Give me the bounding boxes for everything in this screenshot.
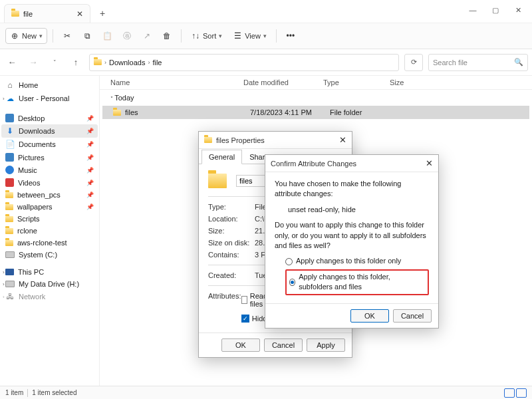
copy-button[interactable]: ⧉ bbox=[78, 29, 96, 43]
sidebar-item-desktop[interactable]: Desktop📌 bbox=[1, 112, 98, 124]
label: Size on disk: bbox=[208, 239, 255, 247]
ok-button[interactable]: OK bbox=[350, 309, 389, 323]
folder-icon bbox=[5, 216, 13, 222]
col-type[interactable]: Type bbox=[323, 78, 390, 86]
thumbnails-view-button[interactable] bbox=[516, 388, 527, 398]
back-button[interactable]: ← bbox=[4, 57, 20, 67]
sidebar-item-mydata[interactable]: ›My Data Drive (H:) bbox=[1, 278, 98, 290]
more-icon: ••• bbox=[286, 31, 295, 41]
paste-button[interactable]: 📋 bbox=[98, 29, 116, 43]
sidebar-item-documents[interactable]: 📄Documents📌 bbox=[1, 138, 98, 151]
label: System (C:) bbox=[19, 251, 57, 259]
crumb-file[interactable]: file bbox=[152, 59, 162, 66]
close-icon[interactable]: ✕ bbox=[426, 158, 433, 168]
sidebar-item-user[interactable]: ›☁User - Personal bbox=[1, 92, 98, 105]
dialog-title-bar[interactable]: files Properties ✕ bbox=[199, 132, 352, 149]
sidebar-item-music[interactable]: Music📌 bbox=[1, 164, 98, 176]
up-button[interactable]: ↑ bbox=[68, 57, 84, 67]
view-button[interactable]: ☰ View ▾ bbox=[229, 29, 271, 43]
sort-icon: ↑↓ bbox=[191, 31, 200, 41]
sidebar: ⌂Home ›☁User - Personal Desktop📌 ⬇Downlo… bbox=[0, 76, 100, 386]
sidebar-item-wallpapers[interactable]: wallpapers📌 bbox=[1, 201, 98, 213]
folder-icon bbox=[208, 174, 227, 188]
close-window-button[interactable]: ✕ bbox=[507, 1, 529, 19]
crumb-downloads[interactable]: Downloads bbox=[109, 59, 145, 66]
rename-icon: ⓐ bbox=[122, 31, 132, 41]
tab-general[interactable]: General bbox=[201, 150, 242, 164]
share-button[interactable]: ↗ bbox=[138, 29, 156, 43]
forward-button[interactable]: → bbox=[25, 57, 41, 67]
sort-button[interactable]: ↑↓ Sort ▾ bbox=[187, 29, 226, 43]
group-header[interactable]: ˅ Today bbox=[100, 90, 532, 106]
pin-icon: 📌 bbox=[86, 180, 94, 186]
search-input[interactable]: Search file 🔍 bbox=[428, 54, 528, 71]
sidebar-item-thispc[interactable]: ›This PC bbox=[1, 266, 98, 278]
confirm-question: Do you want to apply this change to this… bbox=[275, 220, 429, 251]
sidebar-item-system[interactable]: System (C:) bbox=[1, 249, 98, 261]
cancel-button[interactable]: Cancel bbox=[393, 309, 432, 323]
col-name[interactable]: Name bbox=[110, 78, 243, 86]
label: Documents bbox=[19, 140, 56, 148]
label: Home bbox=[19, 81, 38, 89]
column-headers[interactable]: Name Date modified Type Size bbox=[100, 76, 532, 90]
folder-icon bbox=[5, 204, 13, 210]
documents-icon: 📄 bbox=[5, 140, 15, 149]
new-button[interactable]: ⊕ New ▾ bbox=[5, 28, 47, 44]
more-button[interactable]: ••• bbox=[282, 29, 299, 43]
label: aws-rclone-test bbox=[17, 239, 67, 247]
label: Contains: bbox=[208, 251, 255, 259]
minimize-button[interactable]: — bbox=[462, 1, 484, 19]
close-icon[interactable]: ✕ bbox=[339, 135, 346, 145]
toolbar: ⊕ New ▾ ✂ ⧉ 📋 ⓐ ↗ 🗑 ↑↓ Sort ▾ ☰ View ▾ •… bbox=[0, 23, 532, 49]
label: Apply changes to this folder, subfolders… bbox=[299, 272, 425, 293]
sidebar-item-network[interactable]: ›🖧Network bbox=[1, 290, 98, 303]
delete-button[interactable]: 🗑 bbox=[158, 29, 176, 43]
search-icon: 🔍 bbox=[514, 58, 523, 66]
breadcrumb[interactable]: › Downloads › file bbox=[89, 54, 399, 71]
col-date[interactable]: Date modified bbox=[243, 78, 323, 86]
chevron-right-icon: › bbox=[3, 281, 5, 287]
window-tab[interactable]: file ✕ bbox=[4, 4, 90, 23]
sidebar-item-aws[interactable]: aws-rclone-test bbox=[1, 237, 98, 249]
ok-button[interactable]: OK bbox=[221, 338, 260, 352]
maximize-button[interactable]: ▢ bbox=[484, 1, 507, 19]
confirm-dialog: Confirm Attribute Changes ✕ You have cho… bbox=[265, 154, 439, 329]
sidebar-item-scripts[interactable]: Scripts bbox=[1, 213, 98, 225]
chevron-down-icon: ▾ bbox=[263, 33, 267, 39]
sidebar-item-rclone[interactable]: rclone bbox=[1, 225, 98, 237]
apply-button[interactable]: Apply bbox=[307, 338, 345, 352]
nav-row: ← → ˅ ↑ › Downloads › file ⟳ Search file… bbox=[0, 49, 532, 76]
col-size[interactable]: Size bbox=[390, 78, 443, 86]
details-view-button[interactable] bbox=[504, 388, 515, 398]
pin-icon: 📌 bbox=[86, 203, 94, 210]
status-selected: 1 item selected bbox=[32, 389, 76, 396]
recent-button[interactable]: ˅ bbox=[47, 59, 63, 66]
sidebar-item-videos[interactable]: Videos📌 bbox=[1, 176, 98, 189]
drive-icon bbox=[5, 281, 15, 287]
sidebar-item-between[interactable]: between_pcs📌 bbox=[1, 189, 98, 201]
sidebar-item-downloads[interactable]: ⬇Downloads📌 bbox=[1, 124, 98, 138]
chevron-right-icon: › bbox=[3, 96, 5, 102]
file-type: File folder bbox=[330, 108, 396, 116]
sidebar-item-home[interactable]: ⌂Home bbox=[1, 78, 98, 92]
label: This PC bbox=[18, 268, 44, 276]
file-name: files bbox=[125, 108, 250, 116]
refresh-button[interactable]: ⟳ bbox=[404, 54, 423, 71]
rename-button[interactable]: ⓐ bbox=[118, 29, 136, 43]
sidebar-item-pictures[interactable]: Pictures📌 bbox=[1, 151, 98, 164]
label: Created: bbox=[208, 271, 255, 279]
dialog-title-bar[interactable]: Confirm Attribute Changes ✕ bbox=[265, 155, 438, 172]
folder-icon bbox=[204, 137, 212, 143]
folder-icon bbox=[5, 192, 13, 198]
label: Network bbox=[19, 293, 45, 301]
radio-subfolders-files[interactable]: Apply changes to this folder, subfolders… bbox=[285, 269, 429, 295]
radio-folder-only[interactable]: Apply changes to this folder only bbox=[285, 256, 429, 266]
file-row[interactable]: files 7/18/2023 4:11 PM File folder bbox=[102, 106, 529, 119]
cut-button[interactable]: ✂ bbox=[59, 29, 76, 43]
desktop-icon bbox=[5, 114, 14, 122]
new-tab-button[interactable]: + bbox=[94, 5, 110, 21]
trash-icon: 🗑 bbox=[162, 31, 172, 41]
plus-icon: ⊕ bbox=[10, 31, 19, 41]
close-tab-icon[interactable]: ✕ bbox=[76, 9, 83, 19]
cancel-button[interactable]: Cancel bbox=[264, 338, 303, 352]
